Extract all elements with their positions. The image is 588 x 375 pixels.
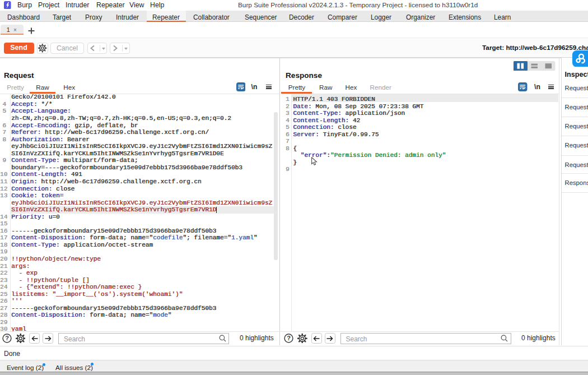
svg-text:?: ? <box>287 335 291 341</box>
svg-text:?: ? <box>5 335 9 341</box>
